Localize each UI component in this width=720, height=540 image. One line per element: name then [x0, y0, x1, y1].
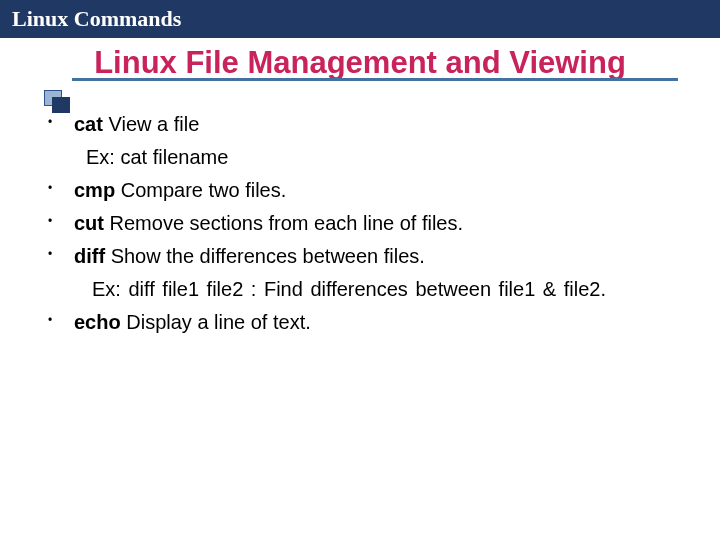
command-example: Ex: cat filename: [66, 142, 668, 173]
command-example: Ex: diff file1 file2 : Find differences …: [66, 274, 668, 305]
command-desc: Show the differences between files.: [105, 245, 425, 267]
command-desc: Remove sections from each line of files.: [104, 212, 463, 234]
example-text: Ex: diff file1 file2 : Find differences …: [90, 278, 606, 300]
title-area: Linux File Management and Viewing: [0, 38, 720, 91]
command-name: cut: [74, 212, 104, 234]
command-name: cmp: [74, 179, 115, 201]
command-name: diff: [74, 245, 105, 267]
command-desc: Compare two files.: [115, 179, 286, 201]
list-item: cat View a file: [66, 109, 668, 140]
list-item: diff Show the differences between files.: [66, 241, 668, 272]
command-name: echo: [74, 311, 121, 333]
command-list: cat View a file Ex: cat filename cmp Com…: [66, 109, 668, 338]
header-bar: Linux Commands: [0, 0, 720, 38]
title-underline: [72, 78, 678, 81]
content-area: cat View a file Ex: cat filename cmp Com…: [0, 91, 720, 338]
list-item: echo Display a line of text.: [66, 307, 668, 338]
command-desc: Display a line of text.: [121, 311, 311, 333]
header-title: Linux Commands: [12, 6, 181, 31]
list-item: cut Remove sections from each line of fi…: [66, 208, 668, 239]
command-name: cat: [74, 113, 103, 135]
command-desc: View a file: [103, 113, 199, 135]
list-item: cmp Compare two files.: [66, 175, 668, 206]
